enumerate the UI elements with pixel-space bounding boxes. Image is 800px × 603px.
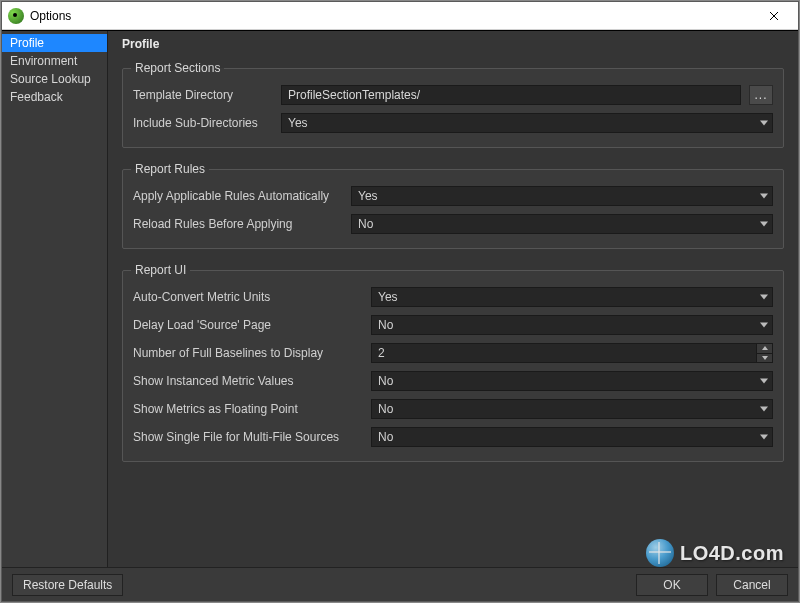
main-panel: Profile Report Sections Template Directo… <box>108 31 798 567</box>
sidebar-item-feedback[interactable]: Feedback <box>2 88 107 106</box>
titlebar: Options <box>2 2 798 30</box>
sidebar: Profile Environment Source Lookup Feedba… <box>2 31 108 567</box>
app-icon <box>8 8 24 24</box>
label-auto-convert: Auto-Convert Metric Units <box>133 290 363 304</box>
auto-convert-select[interactable]: Yes <box>371 287 773 307</box>
delay-load-select[interactable]: No <box>371 315 773 335</box>
chevron-down-icon <box>760 295 768 300</box>
label-apply-auto: Apply Applicable Rules Automatically <box>133 189 343 203</box>
row-num-baselines: Number of Full Baselines to Display 2 <box>133 343 773 363</box>
section-report-ui: Report UI Auto-Convert Metric Units Yes … <box>122 263 784 462</box>
close-button[interactable] <box>751 2 796 30</box>
section-title: Report Sections <box>131 61 224 75</box>
row-show-float: Show Metrics as Floating Point No <box>133 399 773 419</box>
window-title: Options <box>30 9 71 23</box>
row-include-subdirs: Include Sub-Directories Yes <box>133 113 773 133</box>
ok-button[interactable]: OK <box>636 574 708 596</box>
sidebar-item-environment[interactable]: Environment <box>2 52 107 70</box>
label-include-subdirs: Include Sub-Directories <box>133 116 273 130</box>
chevron-down-icon <box>760 323 768 328</box>
chevron-up-icon <box>762 346 768 350</box>
page-title: Profile <box>122 37 784 51</box>
label-delay-load: Delay Load 'Source' Page <box>133 318 363 332</box>
reload-rules-select[interactable]: No <box>351 214 773 234</box>
num-baselines-spinner[interactable]: 2 <box>371 343 773 363</box>
restore-defaults-button[interactable]: Restore Defaults <box>12 574 123 596</box>
row-auto-convert: Auto-Convert Metric Units Yes <box>133 287 773 307</box>
combo-value: No <box>378 318 393 332</box>
label-show-float: Show Metrics as Floating Point <box>133 402 363 416</box>
section-title: Report Rules <box>131 162 209 176</box>
label-num-baselines: Number of Full Baselines to Display <box>133 346 363 360</box>
chevron-down-icon <box>760 407 768 412</box>
template-directory-input[interactable] <box>281 85 741 105</box>
label-show-single-file: Show Single File for Multi-File Sources <box>133 430 363 444</box>
label-show-instanced: Show Instanced Metric Values <box>133 374 363 388</box>
spin-up-button[interactable] <box>756 344 772 354</box>
spin-down-button[interactable] <box>756 354 772 363</box>
row-show-instanced: Show Instanced Metric Values No <box>133 371 773 391</box>
include-subdirs-select[interactable]: Yes <box>281 113 773 133</box>
section-title: Report UI <box>131 263 190 277</box>
combo-value: No <box>378 430 393 444</box>
label-template-directory: Template Directory <box>133 88 273 102</box>
apply-auto-select[interactable]: Yes <box>351 186 773 206</box>
combo-value: No <box>358 217 373 231</box>
combo-value: Yes <box>288 116 308 130</box>
chevron-down-icon <box>760 194 768 199</box>
chevron-down-icon <box>760 379 768 384</box>
row-show-single-file: Show Single File for Multi-File Sources … <box>133 427 773 447</box>
label-reload-rules: Reload Rules Before Applying <box>133 217 343 231</box>
show-single-file-select[interactable]: No <box>371 427 773 447</box>
show-instanced-select[interactable]: No <box>371 371 773 391</box>
row-template-directory: Template Directory ... <box>133 85 773 105</box>
section-report-rules: Report Rules Apply Applicable Rules Auto… <box>122 162 784 249</box>
section-report-sections: Report Sections Template Directory ... I… <box>122 61 784 148</box>
browse-button[interactable]: ... <box>749 85 773 105</box>
options-window: Options Profile Environment Source Looku… <box>1 1 799 602</box>
combo-value: Yes <box>358 189 378 203</box>
combo-value: No <box>378 374 393 388</box>
body: Profile Environment Source Lookup Feedba… <box>2 30 798 567</box>
sidebar-item-source-lookup[interactable]: Source Lookup <box>2 70 107 88</box>
chevron-down-icon <box>760 222 768 227</box>
show-float-select[interactable]: No <box>371 399 773 419</box>
cancel-button[interactable]: Cancel <box>716 574 788 596</box>
combo-value: Yes <box>378 290 398 304</box>
row-reload-rules: Reload Rules Before Applying No <box>133 214 773 234</box>
chevron-down-icon <box>760 435 768 440</box>
row-apply-auto: Apply Applicable Rules Automatically Yes <box>133 186 773 206</box>
row-delay-load: Delay Load 'Source' Page No <box>133 315 773 335</box>
combo-value: No <box>378 402 393 416</box>
chevron-down-icon <box>762 356 768 360</box>
close-icon <box>769 11 779 21</box>
footer: Restore Defaults OK Cancel <box>2 567 798 601</box>
spinner-value: 2 <box>378 346 385 360</box>
chevron-down-icon <box>760 121 768 126</box>
sidebar-item-profile[interactable]: Profile <box>2 34 107 52</box>
